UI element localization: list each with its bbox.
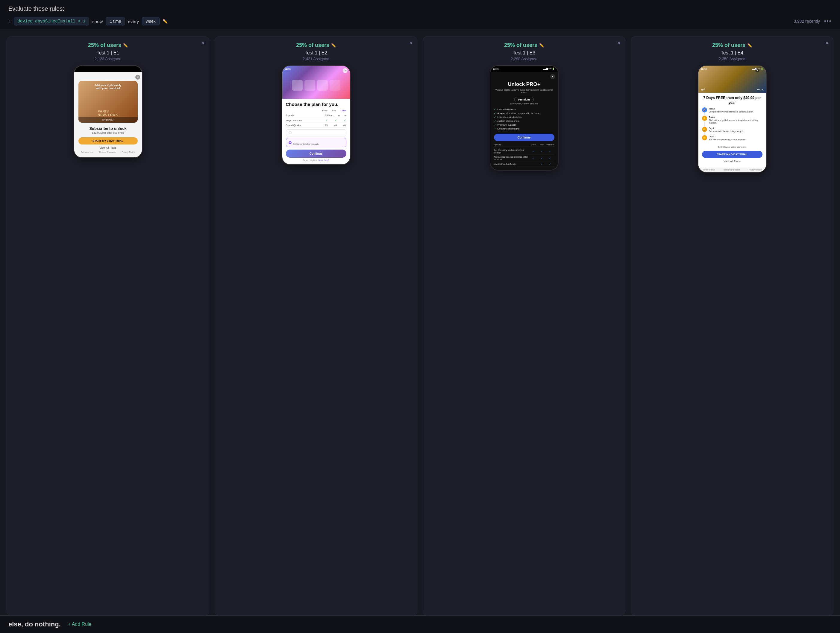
row3-feature: Monitor friends & family	[494, 163, 529, 165]
card2-continue-button[interactable]: Continue	[286, 150, 346, 157]
yearly-price-block: $49.99/year $4.16/month billed annually	[294, 140, 319, 145]
page-wrapper: Evaluate these rules: if device.daysSinc…	[0, 0, 840, 633]
exp-name-e2: Test 1 | E2	[305, 50, 327, 56]
feature-5: Premium support	[494, 123, 554, 127]
card2-option-yearly[interactable]: $49.99/year $4.16/month billed annually	[286, 138, 346, 147]
restore-link[interactable]: Restore Purchase	[99, 151, 116, 153]
row1-core: ✓	[529, 150, 538, 153]
show-label: show	[92, 19, 103, 24]
card3-row-1: Get live safety alerts nearby your locat…	[494, 148, 554, 155]
card2-image-grid	[287, 74, 345, 91]
bottom-bar: else, do nothing. + Add Rule	[0, 615, 840, 633]
feature-1: Live nearby alerts	[494, 107, 554, 111]
condition-chip[interactable]: device.daysSinceInstall > 1	[14, 17, 90, 25]
timeline-icon-3: 🔔	[702, 127, 707, 132]
row1-plus: ✓	[538, 150, 546, 153]
card2-row-exports: Exports 250/mo ∞ ∞	[286, 113, 346, 118]
experiment-card-e3: ✕ 25% of users ✏️ Test 1 | E3 2,298 Assi…	[423, 36, 625, 615]
row2-feature: Access incidents that occurred within 24…	[494, 156, 529, 161]
exp-name-e4: Test 1 | E4	[721, 50, 743, 56]
phone-status-bar-e3: 12:46 ▂▄▆ 5W 🔋	[490, 66, 558, 72]
timeline-day-4: Day 3	[709, 135, 746, 138]
timeline-item-3: 🔔 Day 2 Get a reminder before being char…	[702, 127, 763, 135]
card3-subtitle: Vivamus sagittis lacus vel augue laoreet…	[494, 88, 554, 94]
radio-yearly[interactable]	[289, 141, 292, 144]
card4-trial-button[interactable]: START MY 3-DAY TRIAL	[702, 151, 763, 158]
exports-pro: ∞	[338, 114, 340, 117]
exp-assigned-e4: 2,350 Assigned	[719, 57, 745, 61]
card3-screen: ✕ Unlock PRO+ Vivamus sagittis lacus vel…	[490, 72, 558, 170]
card2-close-icon[interactable]: ✕	[343, 68, 347, 73]
timeline-icon-1: 🚀	[702, 107, 707, 112]
timeline-item-4: ⭐ Day 3 You'll be charged today, cancel …	[702, 135, 763, 143]
exports-ultra: ∞	[344, 114, 346, 117]
card3-close-icon[interactable]: ✕	[550, 74, 555, 79]
user-pct-e4: 25% of users ✏️	[712, 42, 752, 49]
experiment-card-e2: ✕ 25% of users ✏️ Test 1 | E2 2,421 Assi…	[215, 36, 417, 615]
quality-ultra: 4K	[343, 124, 346, 126]
close-card-e4[interactable]: ✕	[825, 40, 829, 46]
frequency-chip[interactable]: week	[142, 17, 159, 25]
monthly-price: $9.99/month	[294, 131, 309, 134]
card1-trial-button[interactable]: START MY 3-DAY TRIAL	[79, 137, 138, 145]
card1-brand-row: MY BRAND	[79, 117, 138, 123]
privacy-link[interactable]: Privacy Policy	[122, 151, 135, 153]
rule-row: if device.daysSinceInstall > 1 show 1 ti…	[8, 17, 832, 25]
close-card-e1[interactable]: ✕	[201, 40, 205, 46]
row-vals-exports: 250/mo ∞ ∞	[325, 114, 346, 117]
edit-pct-e2-icon[interactable]: ✏️	[331, 43, 336, 47]
edit-pct-e1-icon[interactable]: ✏️	[123, 43, 128, 47]
img-tile-4	[330, 80, 340, 91]
card1-view-plans-link[interactable]: View All Plans	[79, 146, 138, 149]
card4-restore-link[interactable]: Restore Purchase	[723, 169, 740, 171]
retouch-pro: ✓	[335, 119, 337, 122]
img-tile-2	[305, 80, 315, 91]
edit-pct-e4-icon[interactable]: ✏️	[747, 43, 752, 47]
card4-top-text-yoga: Yoga	[756, 88, 763, 91]
card3-time-status: 12:46	[493, 68, 499, 70]
main-content: ✕ 25% of users ✏️ Test 1 | E1 2,123 Assi…	[0, 30, 840, 615]
feature-4: custom alerts zones	[494, 119, 554, 123]
card4-body: 7 Days FREE then only $49.99 per year 🚀 …	[698, 93, 766, 167]
card3-table-header: Feature Core Plus Premium	[494, 143, 554, 147]
timeline-day-2: Today	[709, 116, 763, 119]
more-options-icon[interactable]: •••	[824, 18, 832, 25]
row-label-retouch: Magic Retouch	[286, 119, 325, 122]
card4-terms-link[interactable]: Terms of Use	[703, 169, 715, 171]
th-premium: Premium	[546, 143, 554, 146]
th-feature: Feature	[494, 143, 529, 146]
terms-link[interactable]: Terms of Use	[81, 151, 93, 153]
timeline-day-3: Day 2	[709, 127, 744, 130]
edit-rule-icon[interactable]: ✏️	[163, 19, 167, 24]
rule-right: 3,982 recently •••	[794, 18, 832, 25]
timeline-desc-3: Get a reminder before being charged.	[709, 130, 744, 133]
phone-status-bar-e1	[74, 66, 142, 72]
radio-monthly[interactable]	[289, 131, 292, 134]
card1-footer: Terms of Use Restore Purchase Privacy Po…	[79, 151, 138, 153]
close-card-e2[interactable]: ✕	[409, 40, 413, 46]
row2-plus: ✓	[538, 157, 546, 160]
phone-e1: ✕ Add your style easilywith your brand k…	[74, 65, 142, 158]
card1-paris-text: PARISNEW-YORK	[98, 110, 118, 117]
timeline-desc-1: Completed survey and template personaliz…	[709, 110, 754, 113]
card1-my-brand: MY BRAND	[103, 119, 114, 121]
card2-top-image: 12:46 ✕	[282, 66, 350, 99]
time-chip[interactable]: 1 time	[106, 17, 125, 25]
close-card-e3[interactable]: ✕	[617, 40, 621, 46]
row1-feature: Get live safety alerts nearby your locat…	[494, 149, 529, 154]
add-rule-button[interactable]: + Add Rule	[68, 622, 92, 627]
card2-option-monthly[interactable]: $9.99/month	[286, 129, 346, 136]
exp-assigned-e3: 2,298 Assigned	[511, 57, 537, 61]
card4-close-icon[interactable]: ✕	[755, 68, 759, 72]
edit-pct-e3-icon[interactable]: ✏️	[539, 43, 544, 47]
card3-premium-badge: Premium	[514, 97, 534, 102]
card3-continue-button[interactable]: Continue	[494, 134, 554, 141]
phone-notch-e1	[94, 66, 121, 71]
card4-privacy-link[interactable]: Privacy Policy	[749, 169, 762, 171]
user-pct-e3: 25% of users ✏️	[504, 42, 544, 49]
card3-features-list: Live nearby alerts Access alerts that ha…	[494, 107, 554, 131]
card1-close-icon[interactable]: ✕	[135, 75, 140, 80]
card4-view-plans-link[interactable]: View All Plans	[702, 160, 763, 163]
need-help-link[interactable]: Need help?	[319, 159, 329, 161]
card4-top-image: 12:46 ▂▄▆ 5W 🔋 ✕ gal Yoga	[698, 66, 766, 93]
